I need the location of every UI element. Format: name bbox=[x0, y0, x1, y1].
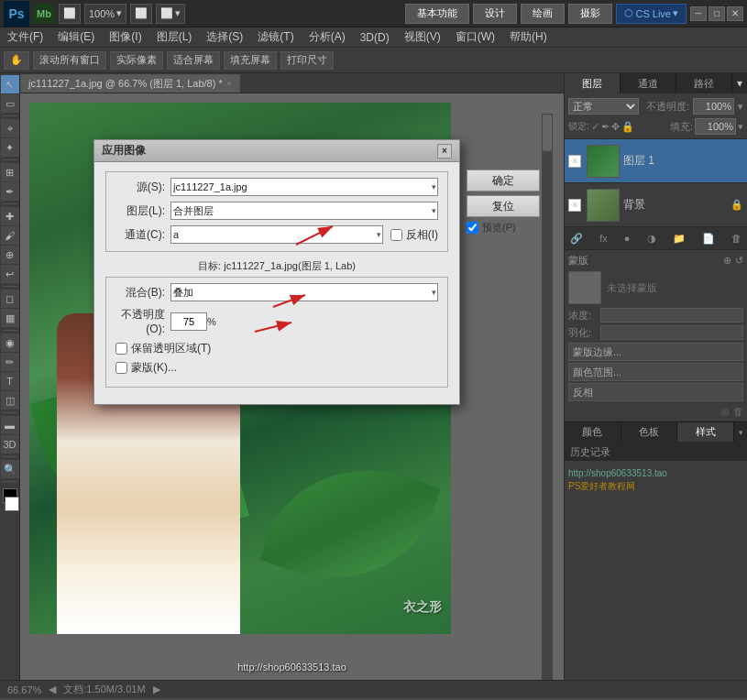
panel-menu-btn[interactable]: ▾ bbox=[732, 73, 747, 93]
lock-move-icon[interactable]: ✥ bbox=[611, 121, 620, 133]
mask-icon-1[interactable]: ◎ bbox=[720, 406, 730, 418]
workspace-photo-btn[interactable]: 摄影 bbox=[568, 4, 612, 24]
layer-select[interactable]: 合并图层 bbox=[170, 202, 438, 220]
history-brush-tool[interactable]: ↩ bbox=[1, 265, 19, 283]
hand-tool[interactable]: ✋ bbox=[4, 51, 29, 70]
dodge-tool[interactable]: ◉ bbox=[1, 334, 19, 352]
close-btn[interactable]: ✕ bbox=[727, 6, 743, 21]
new-layer-icon[interactable]: 📄 bbox=[702, 233, 715, 245]
folder-icon[interactable]: 📁 bbox=[673, 233, 686, 245]
shape-tool[interactable]: ▬ bbox=[1, 416, 19, 434]
type-tool[interactable]: T bbox=[1, 372, 19, 390]
layout-dropdown[interactable]: ⬜ ▾ bbox=[156, 4, 185, 24]
mask-color-btn[interactable]: 颜色范围... bbox=[568, 363, 743, 381]
zoom-tool[interactable]: 🔍 bbox=[1, 460, 19, 478]
crop-tool[interactable]: ⊞ bbox=[1, 163, 19, 181]
density-input[interactable] bbox=[600, 308, 743, 323]
eraser-tool[interactable]: ◻ bbox=[1, 290, 19, 308]
marquee-tool[interactable]: ▭ bbox=[1, 94, 19, 113]
fit-screen-btn[interactable]: 适合屏幕 bbox=[167, 51, 220, 70]
clone-tool[interactable]: ⊕ bbox=[1, 246, 19, 264]
mask-edge-btn[interactable]: 蒙版边缘... bbox=[568, 343, 743, 361]
preserve-checkbox[interactable] bbox=[115, 343, 127, 355]
zoom-dropdown[interactable]: 100% ▾ bbox=[84, 4, 126, 24]
canvas-scrollbar-thumb[interactable] bbox=[543, 115, 552, 151]
layer-item-1[interactable]: 👁 图层 1 bbox=[565, 139, 747, 183]
magic-wand-tool[interactable]: ✦ bbox=[1, 138, 19, 157]
menu-file[interactable]: 文件(F) bbox=[0, 27, 50, 47]
gradient-tool[interactable]: ▦ bbox=[1, 309, 19, 327]
dialog-close-btn[interactable]: × bbox=[437, 144, 452, 159]
feather-input[interactable] bbox=[600, 325, 743, 340]
workspace-design-btn[interactable]: 设计 bbox=[473, 4, 517, 24]
source-select[interactable]: jc111227_1a.jpg bbox=[170, 178, 438, 196]
layer-visibility-bg[interactable]: 👁 bbox=[568, 199, 581, 212]
tab-layers[interactable]: 图层 bbox=[565, 73, 621, 93]
healing-tool[interactable]: ✚ bbox=[1, 207, 19, 225]
ok-button[interactable]: 确定 bbox=[467, 170, 540, 191]
lock-all-icon[interactable]: 🔒 bbox=[621, 121, 634, 133]
menu-window[interactable]: 窗口(W) bbox=[448, 27, 502, 47]
tab-channels[interactable]: 通道 bbox=[621, 73, 676, 93]
workspace-basic-btn[interactable]: 基本功能 bbox=[405, 4, 469, 24]
swatches-tab[interactable]: 色板 bbox=[621, 422, 678, 442]
print-size-btn[interactable]: 打印尺寸 bbox=[280, 51, 334, 70]
mask-checkbox[interactable] bbox=[115, 362, 127, 374]
cs-live-btn[interactable]: ⬡ CS Live ▾ bbox=[616, 4, 687, 24]
menu-3d[interactable]: 3D(D) bbox=[353, 27, 397, 47]
color-tab[interactable]: 颜色 bbox=[565, 422, 621, 442]
lasso-tool[interactable]: ⌖ bbox=[1, 119, 19, 137]
menu-filter[interactable]: 滤镜(T) bbox=[250, 27, 301, 47]
active-tab[interactable]: jc111227_1a.jpg @ 66.7% (图层 1, Lab/8) * … bbox=[20, 74, 240, 93]
mask-icon-2[interactable]: 🗑 bbox=[733, 406, 743, 418]
fx-icon[interactable]: fx bbox=[599, 233, 608, 244]
menu-help[interactable]: 帮助(H) bbox=[502, 27, 555, 47]
menu-view[interactable]: 视图(V) bbox=[397, 27, 448, 47]
path-tool[interactable]: ◫ bbox=[1, 391, 19, 410]
3d-tool[interactable]: 3D bbox=[1, 435, 19, 454]
scroll-all-btn[interactable]: 滚动所有窗口 bbox=[33, 51, 106, 70]
invert-checkbox[interactable] bbox=[390, 229, 402, 241]
status-arrow-right[interactable]: ▶ bbox=[153, 684, 160, 695]
actual-size-btn[interactable]: 实际像素 bbox=[110, 51, 163, 70]
brush-tool[interactable]: 🖌 bbox=[1, 226, 19, 245]
menu-image[interactable]: 图像(I) bbox=[102, 27, 148, 47]
pen-tool[interactable]: ✏ bbox=[1, 353, 19, 371]
move-tool[interactable]: ↖ bbox=[1, 75, 19, 93]
link-icon[interactable]: 🔗 bbox=[570, 233, 583, 245]
layer-visibility-1[interactable]: 👁 bbox=[568, 155, 581, 168]
lock-check-icon[interactable]: ✓ bbox=[591, 121, 599, 133]
dialog-title-bar[interactable]: 应用图像 × bbox=[94, 140, 459, 162]
menu-analyze[interactable]: 分析(A) bbox=[302, 27, 353, 47]
restore-btn[interactable]: □ bbox=[709, 6, 725, 21]
workspace-paint-btn[interactable]: 绘画 bbox=[521, 4, 565, 24]
mask-invert-btn[interactable]: 反相 bbox=[568, 383, 743, 401]
menu-edit[interactable]: 编辑(E) bbox=[50, 27, 102, 47]
canvas-scrollbar[interactable] bbox=[542, 114, 553, 680]
blend-select[interactable]: 叠加 bbox=[170, 283, 438, 301]
reset-button[interactable]: 复位 bbox=[467, 195, 540, 217]
tab-close-btn[interactable]: × bbox=[226, 79, 232, 89]
cs-menu-btn[interactable]: ▾ bbox=[734, 422, 747, 442]
lock-brush-icon[interactable]: ✒ bbox=[601, 121, 610, 133]
fill-field[interactable] bbox=[695, 118, 736, 135]
preview-checkbox[interactable] bbox=[467, 222, 478, 234]
layer-item-bg[interactable]: 👁 背景 🔒 bbox=[565, 183, 747, 227]
styles-tab[interactable]: 样式 bbox=[677, 422, 734, 442]
layer-blend-mode[interactable]: 正常 bbox=[568, 98, 639, 115]
fill-screen-btn[interactable]: 填充屏幕 bbox=[224, 51, 277, 70]
adjustment-icon[interactable]: ◑ bbox=[647, 233, 656, 245]
mask-add-btn[interactable]: ⊕ bbox=[723, 255, 731, 267]
trash-icon[interactable]: 🗑 bbox=[731, 233, 742, 244]
channel-select[interactable]: a bbox=[170, 225, 383, 244]
mask-add-icon[interactable]: ● bbox=[624, 233, 631, 244]
tab-paths[interactable]: 路径 bbox=[676, 73, 732, 93]
minimize-btn[interactable]: ─ bbox=[690, 6, 707, 21]
opacity-input[interactable] bbox=[170, 312, 207, 331]
view-dropdown[interactable]: ⬜ bbox=[130, 4, 152, 24]
menu-layer[interactable]: 图层(L) bbox=[149, 27, 200, 47]
opacity-field[interactable] bbox=[693, 98, 734, 115]
menu-select[interactable]: 选择(S) bbox=[199, 27, 250, 47]
eyedropper-tool[interactable]: ✒ bbox=[1, 182, 19, 201]
image-mode-dropdown[interactable]: ⬜ bbox=[59, 4, 81, 24]
